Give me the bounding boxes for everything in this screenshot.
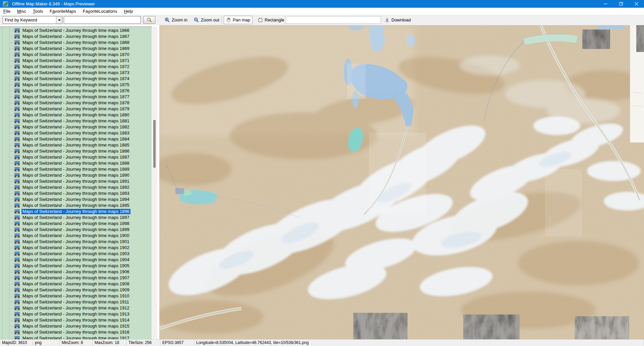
list-item[interactable]: Maps of Switzerland - Journey through ti… bbox=[0, 311, 152, 317]
list-item[interactable]: Maps of Switzerland - Journey through ti… bbox=[0, 94, 152, 100]
pan-map-button[interactable]: Pan map bbox=[224, 16, 253, 24]
list-item[interactable]: Maps of Switzerland - Journey through ti… bbox=[0, 317, 152, 323]
list-item[interactable]: Maps of Switzerland - Journey through ti… bbox=[0, 239, 152, 245]
list-item[interactable]: Maps of Switzerland - Journey through ti… bbox=[0, 100, 152, 106]
list-item[interactable]: Maps of Switzerland - Journey through ti… bbox=[0, 335, 152, 339]
menu-item-help[interactable]: Help bbox=[120, 8, 136, 15]
zoom-out-button[interactable]: Zoom out bbox=[192, 16, 221, 24]
list-item[interactable]: Maps of Switzerland - Journey through ti… bbox=[0, 251, 152, 257]
list-item[interactable]: Maps of Switzerland - Journey through ti… bbox=[0, 124, 152, 130]
list-item[interactable]: Maps of Switzerland - Journey through ti… bbox=[0, 106, 152, 112]
list-item[interactable]: Maps of Switzerland - Journey through ti… bbox=[0, 118, 152, 124]
list-item[interactable]: Maps of Switzerland - Journey through ti… bbox=[0, 293, 152, 299]
list-item[interactable]: Maps of Switzerland - Journey through ti… bbox=[0, 269, 152, 275]
list-item[interactable]: Maps of Switzerland - Journey through ti… bbox=[0, 154, 152, 160]
list-item[interactable]: Maps of Switzerland - Journey through ti… bbox=[0, 76, 152, 82]
list-item[interactable]: Maps of Switzerland - Journey through ti… bbox=[0, 40, 152, 46]
list-item[interactable]: Maps of Switzerland - Journey through ti… bbox=[0, 215, 152, 221]
download-button[interactable]: Download bbox=[383, 16, 413, 24]
menu-item-tools[interactable]: Tools bbox=[30, 8, 46, 15]
search-icon bbox=[147, 17, 152, 22]
toolbar: Find by Keyword Zoom in Zoom out bbox=[0, 15, 644, 25]
menu-item-favoritelocations[interactable]: FavoriteLocations bbox=[79, 8, 121, 15]
close-button[interactable] bbox=[629, 0, 644, 8]
list-item[interactable]: Maps of Switzerland - Journey through ti… bbox=[0, 52, 152, 58]
zoom-in-button[interactable]: Zoom in bbox=[163, 16, 190, 24]
list-item[interactable]: Maps of Switzerland - Journey through ti… bbox=[0, 64, 152, 70]
list-item[interactable]: Maps of Switzerland - Journey through ti… bbox=[0, 166, 152, 172]
chevron-down-icon[interactable] bbox=[56, 16, 62, 23]
tree-scrollbar[interactable] bbox=[152, 26, 157, 339]
list-item[interactable]: Maps of Switzerland - Journey through ti… bbox=[0, 299, 152, 305]
list-item-label: Maps of Switzerland - Journey through ti… bbox=[21, 239, 130, 244]
list-item[interactable]: Maps of Switzerland - Journey through ti… bbox=[0, 160, 152, 166]
menu-item-favoritemaps[interactable]: FavoriteMaps bbox=[46, 8, 79, 15]
list-item[interactable]: Maps of Switzerland - Journey through ti… bbox=[0, 275, 152, 281]
tree-connector bbox=[9, 157, 14, 158]
list-item[interactable]: Maps of Switzerland - Journey through ti… bbox=[0, 34, 152, 40]
list-item-label: Maps of Switzerland - Journey through ti… bbox=[21, 34, 130, 39]
map-viewport[interactable] bbox=[159, 25, 644, 339]
list-item[interactable]: Maps of Switzerland - Journey through ti… bbox=[0, 112, 152, 118]
menu-item-misc[interactable]: Misc bbox=[14, 8, 30, 15]
list-item[interactable]: Maps of Switzerland - Journey through ti… bbox=[0, 221, 152, 227]
map-thumbnail-icon bbox=[14, 113, 20, 117]
list-item[interactable]: Maps of Switzerland - Journey through ti… bbox=[0, 190, 152, 196]
restore-button[interactable] bbox=[613, 0, 629, 8]
tree-connector bbox=[9, 169, 14, 170]
map-thumbnail-icon bbox=[14, 52, 20, 57]
list-item[interactable]: Maps of Switzerland - Journey through ti… bbox=[0, 323, 152, 329]
list-item[interactable]: Maps of Switzerland - Journey through ti… bbox=[0, 70, 152, 76]
list-item[interactable]: Maps of Switzerland - Journey through ti… bbox=[0, 88, 152, 94]
list-item[interactable]: Maps of Switzerland - Journey through ti… bbox=[0, 329, 152, 335]
list-item[interactable]: Maps of Switzerland - Journey through ti… bbox=[0, 130, 152, 136]
list-item[interactable]: Maps of Switzerland - Journey through ti… bbox=[0, 82, 152, 88]
list-item-label: Maps of Switzerland - Journey through ti… bbox=[21, 318, 130, 323]
map-thumbnail-icon bbox=[14, 197, 20, 202]
list-item-label: Maps of Switzerland - Journey through ti… bbox=[21, 46, 130, 51]
list-item[interactable]: Maps of Switzerland - Journey through ti… bbox=[0, 209, 152, 215]
map-thumbnail-icon bbox=[14, 82, 20, 87]
list-item[interactable]: Maps of Switzerland - Journey through ti… bbox=[0, 136, 152, 142]
list-item-label: Maps of Switzerland - Journey through ti… bbox=[21, 28, 130, 33]
status-panel: Longitude=8.535004, Latitude=46.762443, … bbox=[194, 340, 644, 346]
window-title: Offline Map Maker 8.349 - Maps Previewer bbox=[12, 1, 95, 6]
list-item-label: Maps of Switzerland - Journey through ti… bbox=[21, 221, 130, 226]
find-mode-combobox[interactable]: Find by Keyword bbox=[3, 16, 62, 24]
menu-item-file[interactable]: File bbox=[0, 8, 14, 15]
keyword-input[interactable] bbox=[64, 16, 141, 24]
list-item[interactable]: Maps of Switzerland - Journey through ti… bbox=[0, 227, 152, 233]
list-item-label: Maps of Switzerland - Journey through ti… bbox=[21, 257, 130, 263]
tree-connector bbox=[9, 175, 14, 176]
list-item[interactable]: Maps of Switzerland - Journey through ti… bbox=[0, 203, 152, 209]
list-item[interactable]: Maps of Switzerland - Journey through ti… bbox=[0, 58, 152, 64]
list-item[interactable]: Maps of Switzerland - Journey through ti… bbox=[0, 287, 152, 293]
list-item[interactable]: Maps of Switzerland - Journey through ti… bbox=[0, 257, 152, 263]
tree-scrollbar-thumb[interactable] bbox=[153, 120, 156, 168]
tree-connector bbox=[9, 260, 14, 260]
list-item[interactable]: Maps of Switzerland - Journey through ti… bbox=[0, 196, 152, 203]
list-item[interactable]: Maps of Switzerland - Journey through ti… bbox=[0, 184, 152, 190]
list-item[interactable]: Maps of Switzerland - Journey through ti… bbox=[0, 172, 152, 178]
rectangle-button[interactable]: Rectangle bbox=[256, 16, 286, 24]
list-item[interactable]: Maps of Switzerland - Journey through ti… bbox=[0, 178, 152, 184]
list-item[interactable]: Maps of Switzerland - Journey through ti… bbox=[0, 46, 152, 52]
map-canvas[interactable] bbox=[159, 25, 644, 339]
list-item-label: Maps of Switzerland - Journey through ti… bbox=[21, 161, 130, 166]
list-item[interactable]: Maps of Switzerland - Journey through ti… bbox=[0, 27, 152, 34]
list-item[interactable]: Maps of Switzerland - Journey through ti… bbox=[0, 245, 152, 251]
list-item[interactable]: Maps of Switzerland - Journey through ti… bbox=[0, 142, 152, 148]
list-item-label: Maps of Switzerland - Journey through ti… bbox=[21, 233, 130, 238]
list-item[interactable]: Maps of Switzerland - Journey through ti… bbox=[0, 233, 152, 239]
status-panel: MinZoom: 8 bbox=[60, 340, 93, 346]
tree-connector bbox=[9, 296, 14, 296]
map-toolbar-input[interactable] bbox=[285, 16, 381, 24]
list-item[interactable]: Maps of Switzerland - Journey through ti… bbox=[0, 148, 152, 154]
minimize-button[interactable] bbox=[598, 0, 613, 8]
map-thumbnail-icon bbox=[14, 179, 20, 184]
list-item[interactable]: Maps of Switzerland - Journey through ti… bbox=[0, 263, 152, 269]
list-item[interactable]: Maps of Switzerland - Journey through ti… bbox=[0, 281, 152, 287]
search-button[interactable] bbox=[143, 16, 155, 24]
restore-icon bbox=[619, 2, 623, 6]
list-item[interactable]: Maps of Switzerland - Journey through ti… bbox=[0, 305, 152, 311]
